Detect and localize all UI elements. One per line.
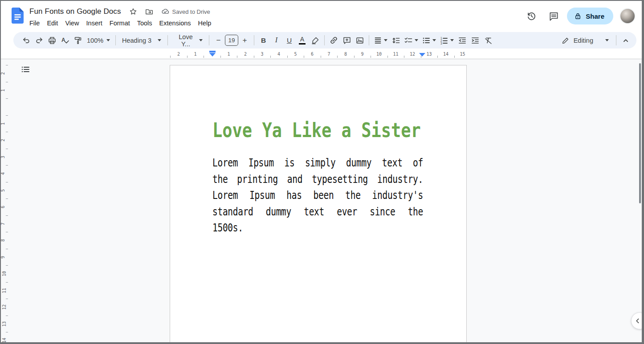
font-size-input[interactable]: 19 — [225, 35, 238, 46]
ruler-number: 7 — [327, 52, 330, 57]
hide-menus-button[interactable] — [619, 34, 632, 47]
line-spacing-button[interactable] — [389, 34, 402, 47]
ruler-number: 12 — [2, 304, 7, 310]
formatting-toolbar: A 100% Heading 3 Love Y... − 19 + B I U … — [13, 32, 636, 49]
styles-value: Heading 3 — [122, 37, 151, 44]
ruler-tick — [387, 56, 388, 58]
italic-button[interactable]: I — [270, 34, 283, 47]
menu-help[interactable]: Help — [195, 18, 215, 28]
align-button[interactable] — [372, 34, 389, 47]
editing-mode-select[interactable]: Editing — [557, 34, 613, 47]
toolbar-separator — [324, 35, 325, 45]
paragraph-styles-select[interactable]: Heading 3 — [118, 34, 165, 47]
increase-font-size-button[interactable]: + — [238, 34, 251, 47]
document-title[interactable]: Fun Fonts on Google Docs — [29, 7, 121, 16]
ruler-number: 9 — [361, 52, 363, 57]
ruler-number: 5 — [294, 52, 297, 57]
insert-link-button[interactable] — [327, 34, 340, 47]
move-folder-icon[interactable] — [145, 8, 153, 16]
increase-indent-button[interactable] — [469, 34, 481, 47]
ruler-number: 10 — [376, 52, 382, 57]
ruler-tick — [6, 149, 8, 149]
undo-button[interactable] — [20, 34, 33, 47]
vertical-scrollbar[interactable] — [639, 63, 641, 203]
title-block: Fun Fonts on Google Docs Saved to Drive … — [29, 6, 215, 28]
bold-button[interactable]: B — [257, 34, 270, 47]
chevron-down-icon — [450, 39, 454, 41]
paint-format-button[interactable] — [71, 34, 84, 47]
chevron-left-icon — [634, 317, 641, 324]
first-line-indent-marker[interactable] — [209, 51, 216, 53]
ruler-tick — [6, 316, 8, 316]
ruler-tick — [6, 165, 8, 166]
left-indent-marker[interactable] — [209, 53, 216, 57]
print-button[interactable] — [45, 34, 58, 47]
ruler-number: 6 — [0, 206, 5, 208]
ruler-tick — [220, 56, 221, 58]
menu-file[interactable]: File — [26, 18, 43, 28]
ruler-number: 8 — [344, 52, 347, 57]
ruler-number: 1 — [194, 52, 196, 57]
menu-tools[interactable]: Tools — [134, 18, 156, 28]
ruler-number: 13 — [2, 321, 7, 326]
redo-button[interactable] — [33, 34, 45, 47]
comments-icon[interactable] — [545, 7, 562, 25]
toolbar-separator — [254, 35, 254, 45]
menu-view[interactable]: View — [61, 18, 82, 28]
bulleted-list-button[interactable] — [420, 34, 438, 47]
share-button[interactable]: Share — [567, 8, 613, 24]
ruler-number: 10 — [2, 271, 7, 276]
ruler-number: 4 — [277, 52, 280, 57]
ruler-tick — [404, 56, 404, 58]
zoom-value: 100% — [87, 37, 103, 44]
highlight-color-button[interactable] — [309, 34, 322, 47]
insert-image-button[interactable] — [353, 34, 366, 47]
numbered-list-button[interactable]: 123 — [438, 34, 456, 47]
ruler-tick — [6, 98, 8, 99]
star-icon[interactable] — [129, 8, 137, 16]
document-page[interactable]: Love Ya Like a Sister Lorem Ipsum is sim… — [170, 65, 467, 342]
menu-insert[interactable]: Insert — [83, 18, 106, 28]
menu-extensions[interactable]: Extensions — [156, 18, 195, 28]
ruler-tick — [6, 332, 8, 332]
ruler-number: 14 — [2, 338, 7, 343]
chevron-down-icon — [106, 39, 110, 41]
clear-formatting-button[interactable] — [481, 34, 494, 47]
ruler-tick — [6, 182, 8, 182]
chevron-down-icon — [605, 39, 609, 41]
right-indent-marker[interactable] — [419, 53, 425, 57]
decrease-font-size-button[interactable]: − — [212, 34, 225, 47]
chevron-up-icon — [622, 36, 630, 45]
ruler-tick — [254, 56, 254, 58]
open-side-panel-button[interactable] — [631, 312, 642, 329]
ruler-tick — [270, 56, 271, 58]
ruler-tick — [337, 56, 338, 58]
checklist-button[interactable] — [402, 34, 420, 47]
ruler-tick — [6, 215, 8, 216]
ruler-number: 9 — [0, 255, 5, 258]
menu-format[interactable]: Format — [106, 18, 134, 28]
spellcheck-button[interactable]: A — [58, 34, 71, 47]
ruler-tick — [6, 265, 8, 266]
ruler-number: 13 — [426, 52, 432, 57]
ruler-tick — [454, 56, 455, 58]
vertical-ruler[interactable]: 211234567891011121314 — [1, 59, 8, 342]
toolbar-separator — [616, 35, 616, 45]
ruler-tick — [204, 56, 204, 58]
zoom-select[interactable]: 100% — [84, 34, 113, 47]
font-family-select[interactable]: Love Y... — [171, 34, 206, 47]
account-avatar[interactable] — [620, 8, 636, 24]
menu-edit[interactable]: Edit — [43, 18, 61, 28]
body-line: 1500s. — [212, 218, 423, 239]
document-outline-button[interactable] — [20, 64, 31, 75]
add-comment-button[interactable] — [340, 34, 353, 47]
decrease-indent-button[interactable] — [456, 34, 469, 47]
saved-status[interactable]: Saved to Drive — [172, 8, 210, 15]
ruler-tick — [6, 282, 8, 283]
underline-button[interactable]: U — [283, 34, 296, 47]
version-history-icon[interactable] — [522, 7, 540, 25]
google-docs-logo-icon[interactable] — [12, 8, 24, 24]
text-color-button[interactable]: A — [296, 34, 309, 47]
horizontal-ruler[interactable]: 21123456789101112131415 — [1, 50, 642, 59]
cloud-saved-icon[interactable] — [161, 8, 169, 16]
